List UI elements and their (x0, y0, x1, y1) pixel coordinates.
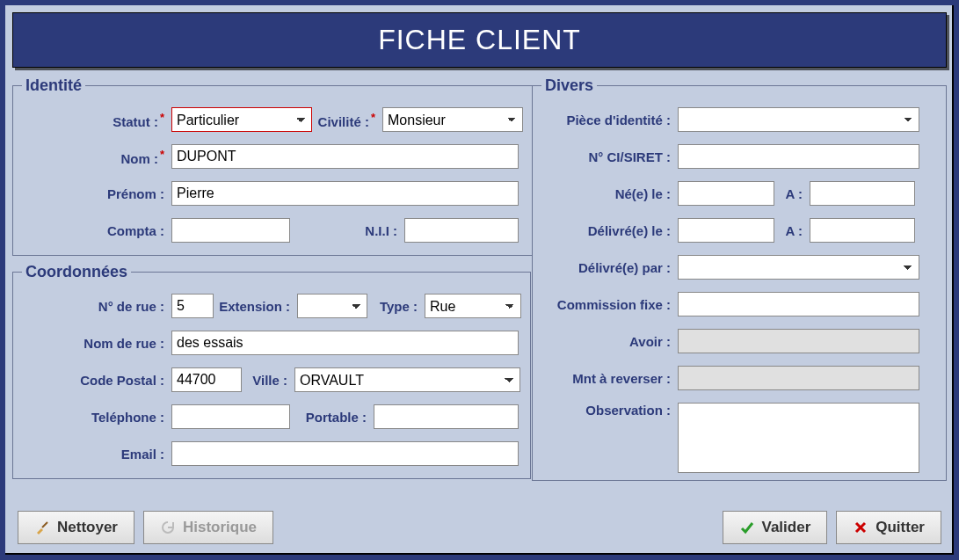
broom-icon (34, 520, 50, 535)
mnt-input (678, 366, 919, 390)
ci-input[interactable] (678, 144, 919, 169)
nom-rue-label: Nom de rue : (22, 336, 171, 351)
check-icon (739, 520, 755, 535)
type-select[interactable]: Rue (425, 294, 521, 318)
compta-label: Compta : (22, 223, 171, 238)
close-icon (853, 520, 868, 535)
avoir-input (678, 329, 919, 353)
delivre-le-input[interactable] (678, 218, 774, 243)
num-rue-label: N° de rue : (22, 299, 171, 314)
nom-label: Nom :* (22, 148, 171, 166)
nii-input[interactable] (404, 218, 519, 243)
button-bar: Nettoyer Historique Valider Quitter (18, 511, 941, 544)
commission-label: Commission fixe : (541, 297, 678, 312)
refresh-icon (160, 520, 176, 535)
extension-label: Extension : (214, 299, 297, 314)
delivre-par-label: Délivré(e) par : (541, 260, 678, 275)
nettoyer-label: Nettoyer (57, 519, 118, 536)
legend-divers: Divers (541, 76, 597, 95)
ville-select[interactable]: ORVAULT (294, 367, 520, 392)
nom-input[interactable] (171, 144, 519, 169)
delivre-le-label: Délivré(e) le : (541, 223, 678, 238)
group-identite: Identité Statut :* Particulier Civilité … (12, 76, 533, 256)
obs-textarea[interactable] (678, 403, 919, 473)
historique-button: Historique (143, 511, 273, 544)
group-coordonnees: Coordonnées N° de rue : Extension : Type… (12, 263, 531, 479)
statut-select[interactable]: Particulier (171, 107, 312, 132)
a1-input[interactable] (810, 181, 915, 206)
prenom-label: Prénom : (22, 186, 171, 201)
ne-label: Né(e) le : (541, 186, 678, 201)
a1-label: A : (774, 186, 810, 201)
valider-button[interactable]: Valider (723, 511, 828, 544)
nom-rue-input[interactable] (171, 331, 519, 355)
nettoyer-button[interactable]: Nettoyer (18, 511, 134, 544)
nii-label: N.I.I : (290, 223, 404, 238)
portable-label: Portable : (290, 410, 374, 425)
cp-input[interactable] (171, 367, 242, 392)
ne-input[interactable] (678, 181, 774, 206)
mnt-label: Mnt à reverser : (541, 371, 678, 386)
piece-select[interactable] (678, 107, 919, 132)
quitter-label: Quitter (875, 519, 925, 536)
legend-identite: Identité (22, 76, 85, 95)
type-label: Type : (367, 299, 425, 314)
legend-coordonnees: Coordonnées (22, 263, 131, 281)
page-title: FICHE CLIENT (12, 12, 947, 68)
app-window: FICHE CLIENT Identité Statut :* Particul… (0, 0, 959, 560)
email-label: Email : (22, 447, 171, 462)
civilite-label: Civilité :* (312, 111, 382, 129)
portable-input[interactable] (374, 404, 519, 429)
historique-label: Historique (183, 519, 257, 536)
a2-input[interactable] (810, 218, 915, 243)
commission-input[interactable] (678, 292, 919, 316)
statut-label: Statut :* (22, 111, 171, 129)
obs-label: Observation : (541, 403, 678, 418)
tel-label: Teléphone : (22, 410, 171, 425)
cp-label: Code Postal : (22, 373, 171, 388)
a2-label: A : (774, 223, 810, 238)
extension-select[interactable] (297, 294, 367, 318)
compta-input[interactable] (171, 218, 290, 243)
avoir-label: Avoir : (541, 334, 678, 349)
email-input[interactable] (171, 441, 519, 466)
civilite-select[interactable]: Monsieur (382, 107, 523, 132)
ci-label: N° CI/SIRET : (541, 149, 678, 164)
tel-input[interactable] (171, 404, 290, 429)
num-rue-input[interactable] (171, 294, 214, 318)
delivre-par-select[interactable] (678, 255, 919, 280)
ville-label: Ville : (242, 373, 294, 388)
prenom-input[interactable] (171, 181, 519, 206)
quitter-button[interactable]: Quitter (836, 511, 941, 544)
valider-label: Valider (762, 519, 811, 536)
piece-label: Pièce d'identité : (541, 113, 678, 127)
group-divers: Divers Pièce d'identité : N° CI/SIRET : … (532, 76, 947, 481)
